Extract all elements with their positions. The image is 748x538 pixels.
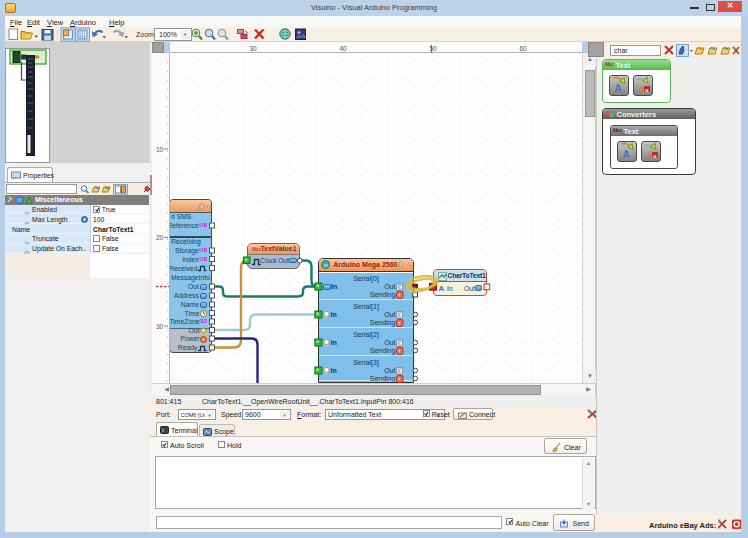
svg-text:A: A (614, 83, 621, 94)
svg-text:60: 60 (519, 45, 527, 52)
svg-text:30: 30 (156, 323, 164, 330)
svg-text:20: 20 (156, 234, 164, 241)
svg-text:A: A (622, 149, 629, 160)
svg-text:30: 30 (249, 45, 257, 52)
svg-text:10: 10 (156, 146, 164, 153)
svg-text:50: 50 (429, 45, 437, 52)
svg-text:40: 40 (339, 45, 347, 52)
